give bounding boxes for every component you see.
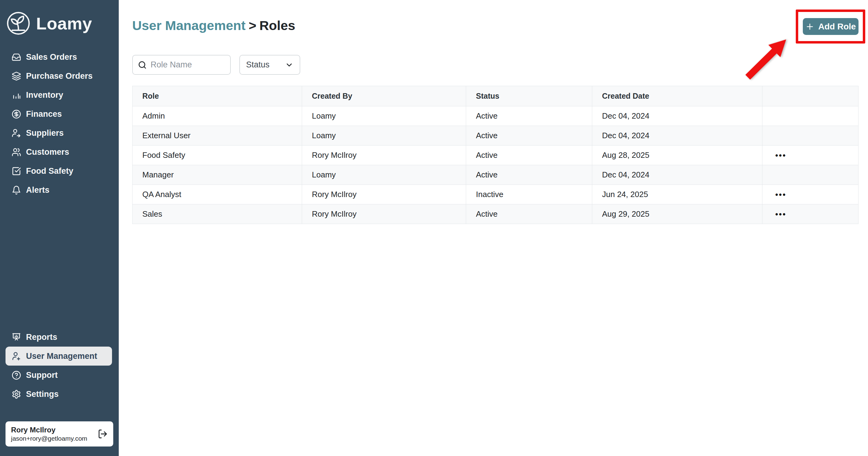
roles-table: Role Created By Status Created Date Admi… bbox=[132, 86, 859, 224]
sidebar-item-label: Reports bbox=[26, 333, 57, 342]
created-by-cell: Loamy bbox=[302, 165, 466, 185]
sidebar-item-label: User Management bbox=[26, 351, 97, 361]
sidebar-item-reports[interactable]: Reports bbox=[5, 327, 112, 347]
breadcrumb-separator: > bbox=[245, 18, 259, 33]
actions-cell: ••• bbox=[763, 185, 859, 204]
sidebar-item-customers[interactable]: Customers bbox=[5, 142, 112, 162]
created-date-cell: Dec 04, 2024 bbox=[592, 126, 763, 146]
status-cell: Active bbox=[466, 204, 592, 224]
status-filter-dropdown[interactable]: Status bbox=[239, 55, 300, 75]
created-date-cell: Aug 29, 2025 bbox=[592, 204, 763, 224]
role-cell: QA Analyst bbox=[132, 185, 302, 204]
created-date-cell: Dec 04, 2024 bbox=[592, 165, 763, 185]
column-header-status: Status bbox=[466, 86, 592, 106]
actions-cell: ••• bbox=[763, 204, 859, 224]
created-by-cell: Loamy bbox=[302, 106, 466, 126]
main-content: User Management>Roles Add Role Status Ro… bbox=[119, 0, 868, 456]
sidebar-item-label: Customers bbox=[26, 147, 69, 157]
sidebar-item-label: Purchase Orders bbox=[26, 72, 93, 81]
created-by-cell: Rory McIlroy bbox=[302, 204, 466, 224]
table-header-row: Role Created By Status Created Date bbox=[132, 86, 859, 106]
layers-icon bbox=[12, 72, 21, 81]
table-row: Manager Loamy Active Dec 04, 2024 bbox=[132, 165, 859, 185]
sidebar-item-inventory[interactable]: Inventory bbox=[5, 86, 112, 105]
status-cell: Active bbox=[466, 106, 592, 126]
table-row: External User Loamy Active Dec 04, 2024 bbox=[132, 126, 859, 146]
user-name: Rory McIlroy bbox=[11, 425, 97, 434]
created-date-cell: Dec 04, 2024 bbox=[592, 106, 763, 126]
brand-name: Loamy bbox=[36, 13, 92, 33]
role-cell: Food Safety bbox=[132, 146, 302, 165]
sidebar-item-label: Finances bbox=[26, 109, 62, 119]
bar-chart-icon bbox=[12, 90, 21, 100]
sidebar-item-label: Food Safety bbox=[26, 166, 73, 176]
sidebar: Loamy Sales Orders Purchase Orders Inven… bbox=[0, 0, 119, 456]
sidebar-item-finances[interactable]: Finances bbox=[5, 105, 112, 123]
role-cell: External User bbox=[132, 126, 302, 146]
dollar-circle-icon bbox=[12, 109, 21, 119]
actions-cell bbox=[763, 165, 859, 185]
user-plus-icon bbox=[12, 351, 21, 361]
sidebar-item-settings[interactable]: Settings bbox=[5, 384, 112, 404]
column-header-created-date: Created Date bbox=[592, 86, 763, 106]
logout-icon[interactable] bbox=[97, 429, 108, 439]
column-header-created-by: Created By bbox=[302, 86, 466, 106]
sidebar-item-suppliers[interactable]: Suppliers bbox=[5, 123, 112, 142]
sidebar-item-label: Sales Orders bbox=[26, 52, 77, 62]
sidebar-item-label: Suppliers bbox=[26, 129, 64, 138]
search-icon bbox=[138, 60, 147, 69]
user-email: jason+rory@getloamy.com bbox=[11, 434, 97, 443]
row-actions-menu-icon[interactable]: ••• bbox=[772, 149, 789, 162]
status-cell: Active bbox=[466, 126, 592, 146]
sidebar-item-label: Settings bbox=[26, 390, 59, 399]
role-cell: Manager bbox=[132, 165, 302, 185]
actions-cell: ••• bbox=[763, 146, 859, 165]
brand-logo: Loamy bbox=[5, 10, 119, 36]
check-square-icon bbox=[12, 166, 21, 176]
column-header-actions bbox=[763, 86, 859, 106]
role-search-box bbox=[132, 55, 231, 75]
table-row: Admin Loamy Active Dec 04, 2024 bbox=[132, 106, 859, 126]
sidebar-item-user-management[interactable]: User Management bbox=[5, 347, 112, 366]
page-title: Roles bbox=[259, 18, 296, 33]
table-row: Sales Rory McIlroy Active Aug 29, 2025 •… bbox=[132, 204, 859, 224]
breadcrumb: User Management>Roles bbox=[132, 17, 296, 34]
plus-icon bbox=[805, 22, 814, 31]
table-row: QA Analyst Rory McIlroy Inactive Jun 24,… bbox=[132, 185, 859, 204]
user-arrow-icon bbox=[12, 129, 21, 138]
sidebar-item-sales-orders[interactable]: Sales Orders bbox=[5, 48, 112, 66]
chevron-down-icon bbox=[285, 61, 293, 69]
users-icon bbox=[12, 147, 21, 157]
row-actions-menu-icon[interactable]: ••• bbox=[772, 208, 789, 221]
column-header-role: Role bbox=[132, 86, 302, 106]
help-circle-icon bbox=[12, 370, 21, 380]
add-role-button[interactable]: Add Role bbox=[803, 18, 859, 35]
user-card: Rory McIlroy jason+rory@getloamy.com bbox=[5, 421, 113, 447]
status-cell: Active bbox=[466, 165, 592, 185]
user-meta: Rory McIlroy jason+rory@getloamy.com bbox=[11, 425, 97, 443]
role-cell: Sales bbox=[132, 204, 302, 224]
created-by-cell: Rory McIlroy bbox=[302, 146, 466, 165]
sidebar-item-purchase-orders[interactable]: Purchase Orders bbox=[5, 66, 112, 86]
breadcrumb-user-management-link[interactable]: User Management bbox=[132, 18, 245, 33]
status-filter-label: Status bbox=[246, 60, 270, 69]
presentation-icon bbox=[12, 333, 21, 342]
created-date-cell: Aug 28, 2025 bbox=[592, 146, 763, 165]
created-by-cell: Loamy bbox=[302, 126, 466, 146]
sidebar-item-label: Inventory bbox=[26, 90, 63, 100]
status-cell: Inactive bbox=[466, 185, 592, 204]
sidebar-item-food-safety[interactable]: Food Safety bbox=[5, 162, 112, 180]
role-search-input[interactable] bbox=[151, 60, 225, 69]
sidebar-item-support[interactable]: Support bbox=[5, 366, 112, 384]
bell-icon bbox=[12, 186, 21, 195]
created-date-cell: Jun 24, 2025 bbox=[592, 185, 763, 204]
actions-cell bbox=[763, 106, 859, 126]
sidebar-item-alerts[interactable]: Alerts bbox=[5, 180, 112, 200]
row-actions-menu-icon[interactable]: ••• bbox=[772, 188, 789, 201]
sidebar-nav: Sales Orders Purchase Orders Inventory F… bbox=[0, 48, 119, 200]
role-cell: Admin bbox=[132, 106, 302, 126]
created-by-cell: Rory McIlroy bbox=[302, 185, 466, 204]
add-role-label: Add Role bbox=[818, 22, 856, 32]
actions-cell bbox=[763, 126, 859, 146]
gear-icon bbox=[12, 390, 21, 399]
